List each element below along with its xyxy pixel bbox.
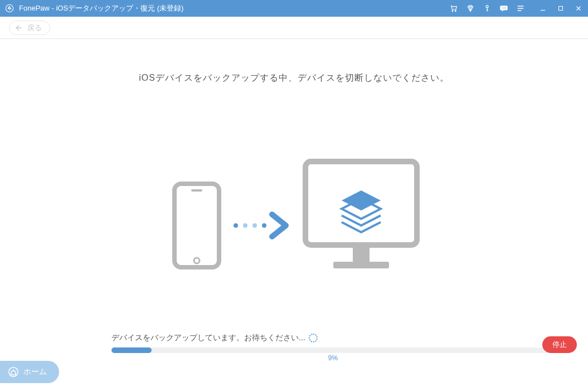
svg-rect-10 <box>191 189 202 192</box>
menu-icon[interactable] <box>516 3 526 13</box>
svg-point-4 <box>502 8 503 9</box>
instruction-text: iOSデバイスをバックアップする中、デバイスを切断しないでください。 <box>0 72 588 84</box>
transfer-illustration <box>161 145 428 278</box>
back-button: 戻る <box>9 21 50 35</box>
svg-rect-16 <box>353 248 370 262</box>
chat-icon[interactable] <box>499 3 509 13</box>
content-area: iOSデバイスをバックアップする中、デバイスを切断しないでください。 <box>0 39 588 392</box>
svg-point-5 <box>504 8 505 9</box>
svg-rect-17 <box>333 262 389 268</box>
svg-point-14 <box>262 223 266 228</box>
back-label: 戻る <box>27 23 42 33</box>
progress-fill <box>111 347 152 353</box>
stop-button[interactable]: 停止 <box>542 336 577 353</box>
close-icon[interactable] <box>574 3 584 13</box>
progress-label: デバイスをバックアップしています。お待ちください... <box>111 333 305 343</box>
progress-bar: 9% <box>111 347 555 353</box>
toolbar: 戻る <box>0 17 588 39</box>
svg-point-2 <box>455 11 456 12</box>
spinner-icon <box>309 334 318 342</box>
progress-area: デバイスをバックアップしています。お待ちください... 9% <box>111 333 555 353</box>
svg-point-1 <box>452 11 453 12</box>
minimize-icon[interactable] <box>538 3 548 13</box>
svg-point-11 <box>234 223 238 228</box>
titlebar: FonePaw - iOSデータバックアップ・復元 (未登録) <box>0 0 588 17</box>
home-label: ホーム <box>23 367 47 377</box>
svg-point-3 <box>486 6 488 8</box>
svg-rect-7 <box>559 7 563 11</box>
cart-icon[interactable] <box>449 3 459 13</box>
home-button[interactable]: ホーム <box>0 361 59 383</box>
svg-point-9 <box>194 258 200 263</box>
arrow-left-icon <box>14 23 23 32</box>
home-icon <box>8 366 19 378</box>
progress-percent: 9% <box>328 354 338 362</box>
diamond-icon[interactable] <box>465 3 475 13</box>
svg-point-13 <box>252 223 257 228</box>
svg-rect-8 <box>174 184 219 267</box>
app-title: FonePaw - iOSデータバックアップ・復元 (未登録) <box>19 3 183 13</box>
app-logo-icon <box>4 3 14 13</box>
svg-point-12 <box>243 223 247 228</box>
svg-point-18 <box>9 367 18 377</box>
svg-point-6 <box>506 8 507 9</box>
maximize-icon[interactable] <box>556 3 566 13</box>
key-icon[interactable] <box>482 3 492 13</box>
